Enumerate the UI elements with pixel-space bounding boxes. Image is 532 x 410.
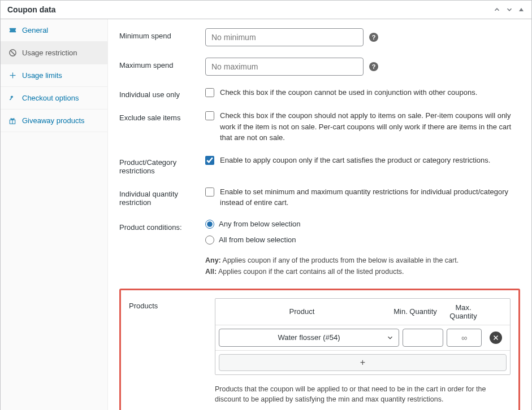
toggle-panel-icon[interactable] xyxy=(518,6,525,13)
help-icon[interactable]: ? xyxy=(369,33,378,42)
chevron-down-icon xyxy=(386,334,394,342)
move-up-icon[interactable] xyxy=(493,6,501,14)
field-maximum-spend: Maximum spend ? xyxy=(119,58,520,76)
field-description: Enable to apply coupon only if the cart … xyxy=(220,155,490,166)
coupon-data-panel: Coupon data General xyxy=(0,0,532,410)
tabs-sidebar: General Usage restriction Usage limits C… xyxy=(1,19,108,410)
panel-body: General Usage restriction Usage limits C… xyxy=(1,19,531,410)
table-header: Product Min. Quantity Max. Quantity xyxy=(215,299,510,325)
product-category-checkbox[interactable] xyxy=(205,156,214,165)
tab-checkout-options[interactable]: Checkout options xyxy=(1,87,107,110)
field-minimum-spend: Minimum spend ? xyxy=(119,28,520,46)
field-description: Check this box if the coupon should not … xyxy=(220,110,520,143)
field-individual-use: Individual use only Check this box if th… xyxy=(119,87,520,99)
field-description: Enable to set minimum and maximum quanti… xyxy=(220,186,520,208)
field-label: Product conditions: xyxy=(119,220,198,232)
minimum-spend-input[interactable] xyxy=(205,28,364,46)
individual-quantity-checkbox[interactable] xyxy=(205,187,214,197)
add-row-container: + xyxy=(215,351,510,374)
radio-label: Any from below selection xyxy=(219,220,301,228)
gift-icon xyxy=(8,117,18,125)
field-individual-quantity: Individual quantity restriction Enable t… xyxy=(119,186,520,208)
column-header-product: Product xyxy=(215,303,388,320)
individual-use-checkbox[interactable] xyxy=(205,88,214,97)
products-section-highlight: Products Product Min. Quantity Max. Quan… xyxy=(119,289,520,411)
field-description: Check this box if the coupon cannot be u… xyxy=(220,87,477,98)
panel-header: Coupon data xyxy=(1,1,531,19)
max-quantity-input[interactable] xyxy=(447,329,482,347)
column-header-min: Min. Quantity xyxy=(388,303,442,320)
tab-content: Minimum spend ? Maximum spend ? Individu… xyxy=(108,19,531,410)
add-product-button[interactable]: + xyxy=(219,354,507,371)
column-header-max: Max. Quantity xyxy=(442,299,485,325)
radio-label: All from below selection xyxy=(219,235,296,244)
condition-any-radio[interactable] xyxy=(205,220,214,229)
tab-label: Checkout options xyxy=(22,94,79,102)
field-label: Minimum spend xyxy=(119,28,198,40)
wrench-icon xyxy=(8,94,18,102)
move-down-icon[interactable] xyxy=(505,6,513,14)
ticket-icon xyxy=(8,26,18,34)
conditions-help-text: Any: Applies coupon if any of the produc… xyxy=(205,255,520,277)
tab-label: Usage restriction xyxy=(22,49,77,57)
tab-label: Giveaway products xyxy=(22,116,85,125)
tab-label: General xyxy=(22,26,48,34)
field-label: Maximum spend xyxy=(119,58,198,69)
svg-marker-0 xyxy=(519,8,524,11)
sliders-icon xyxy=(8,71,18,80)
field-products: Products Product Min. Quantity Max. Quan… xyxy=(129,298,511,405)
condition-all-radio[interactable] xyxy=(205,235,214,245)
min-quantity-input[interactable] xyxy=(403,329,443,347)
field-label: Individual use only xyxy=(119,87,198,99)
tab-general[interactable]: General xyxy=(1,19,107,42)
maximum-spend-input[interactable] xyxy=(205,58,364,76)
tab-label: Usage limits xyxy=(22,71,62,80)
field-product-category-restrictions: Product/Category restrictions Enable to … xyxy=(119,155,520,175)
product-select-value: Water flosser (#54) xyxy=(278,333,340,342)
field-product-conditions: Product conditions: Any from below selec… xyxy=(119,220,520,277)
field-label: Individual quantity restriction xyxy=(119,186,198,207)
plus-icon: + xyxy=(360,357,365,368)
panel-header-controls xyxy=(493,6,525,14)
help-icon[interactable]: ? xyxy=(369,62,378,71)
table-row: Water flosser (#54) xyxy=(215,325,510,351)
panel-title: Coupon data xyxy=(7,5,56,14)
tab-giveaway-products[interactable]: Giveaway products xyxy=(1,110,107,132)
product-select[interactable]: Water flosser (#54) xyxy=(219,329,399,347)
field-label: Exclude sale items xyxy=(119,110,198,122)
field-exclude-sale: Exclude sale items Check this box if the… xyxy=(119,110,520,143)
exclude-sale-checkbox[interactable] xyxy=(205,111,214,120)
ban-icon xyxy=(8,49,18,57)
products-description: Products that the coupon will be applied… xyxy=(215,384,511,405)
svg-line-2 xyxy=(10,50,15,55)
products-table: Product Min. Quantity Max. Quantity Wate… xyxy=(215,298,511,375)
remove-row-button[interactable] xyxy=(490,332,502,344)
tab-usage-limits[interactable]: Usage limits xyxy=(1,64,107,87)
tab-usage-restriction[interactable]: Usage restriction xyxy=(1,42,107,64)
field-label: Products xyxy=(129,298,208,310)
field-label: Product/Category restrictions xyxy=(119,155,198,175)
